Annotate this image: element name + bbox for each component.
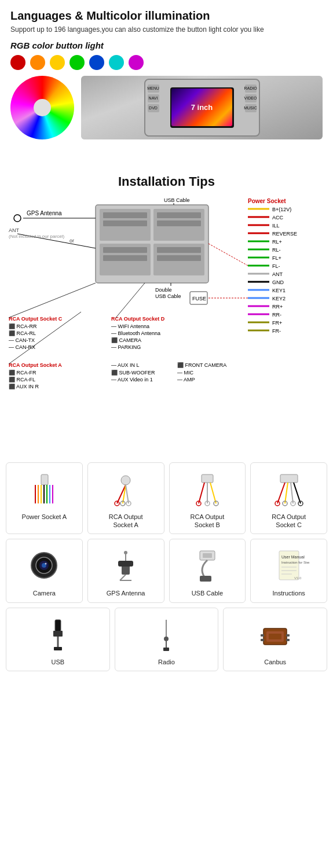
gps-antenna-icon — [103, 545, 149, 586]
accessories-section: Power Socket A RCA OutputSocket A — [0, 457, 333, 677]
section-install: Installation Tips GPS Antenna ANT (Not i… — [0, 168, 333, 445]
svg-text:⬛ RCA-RL: ⬛ RCA-RL — [9, 330, 36, 337]
acc-label-rca-socket-a: RCA OutputSocket A — [109, 513, 143, 529]
screen-label: 7 inch — [191, 103, 213, 112]
acc-label-usb-cable: USB Cable — [192, 589, 223, 597]
color-dot-yellow — [50, 55, 65, 70]
svg-rect-138 — [53, 631, 63, 637]
svg-text:GND: GND — [272, 279, 284, 285]
instructions-svg: User Manual Instruction for Stereo V3.0 — [269, 548, 309, 583]
svg-rect-137 — [55, 620, 61, 631]
svg-text:V3.0: V3.0 — [294, 576, 302, 580]
svg-text:USB Cable: USB Cable — [155, 293, 181, 299]
usb-svg — [38, 617, 78, 652]
acc-usb: USB — [6, 608, 110, 671]
svg-text:RR+: RR+ — [272, 304, 283, 310]
acc-label-instructions: Instructions — [273, 589, 305, 597]
svg-text:— CAN-RX: — CAN-RX — [9, 344, 35, 350]
svg-line-125 — [120, 575, 126, 580]
acc-label-usb: USB — [52, 658, 65, 666]
svg-rect-9 — [103, 247, 147, 253]
acc-gps-antenna: GPS Antenna — [87, 539, 164, 602]
color-dot-orange — [30, 55, 45, 70]
svg-rect-150 — [286, 634, 290, 637]
acc-power-socket-a: Power Socket A — [6, 462, 83, 535]
svg-text:RR-: RR- — [272, 312, 281, 318]
svg-line-108 — [277, 483, 285, 503]
svg-text:RCA Output Socket A: RCA Output Socket A — [9, 362, 62, 368]
color-dot-green — [69, 55, 85, 70]
power-socket-icon — [21, 469, 67, 509]
svg-text:⬛ SUB-WOOFER: ⬛ SUB-WOOFER — [111, 369, 155, 376]
svg-text:RL-: RL- — [272, 247, 281, 253]
svg-text:⬛ RCA-FR: ⬛ RCA-FR — [9, 369, 36, 376]
svg-line-103 — [210, 483, 216, 503]
device-row: 7 inch MENU NAVI DVD RADIO VIDEO MUSIC — [10, 76, 323, 139]
instructions-icon: User Manual Instruction for Stereo V3.0 — [266, 545, 312, 586]
svg-rect-128 — [203, 553, 212, 558]
color-dot-cyan — [109, 55, 124, 70]
svg-rect-149 — [261, 639, 264, 641]
svg-text:GPS Antenna: GPS Antenna — [27, 210, 62, 216]
svg-text:REVERSE: REVERSE — [272, 231, 297, 237]
svg-text:RCA Output Socket C: RCA Output Socket C — [9, 316, 63, 322]
color-dot-red — [10, 55, 25, 70]
rca-socket-a-svg — [105, 472, 146, 506]
svg-text:ANT: ANT — [272, 271, 283, 277]
camera-icon — [21, 545, 67, 586]
color-dot-magenta — [129, 55, 144, 70]
rainbow-circle — [10, 76, 74, 139]
svg-text:— Bluetooth Antenna: — Bluetooth Antenna — [111, 330, 160, 336]
svg-line-33 — [9, 283, 96, 318]
rca-socket-a-icon — [103, 469, 149, 509]
usb-cable-svg — [187, 548, 228, 583]
svg-point-142 — [164, 637, 169, 641]
svg-rect-144 — [163, 648, 169, 651]
acc-label-canbus: Canbus — [264, 658, 286, 666]
usb-icon — [35, 614, 81, 654]
acc-rca-socket-a: RCA OutputSocket A — [87, 462, 164, 535]
section1-title: Languages & Multicolor illumination — [10, 9, 323, 23]
svg-text:ACC: ACC — [272, 215, 284, 220]
svg-rect-129 — [200, 576, 211, 582]
acc-label-rca-socket-b: RCA OutputSocket B — [191, 513, 225, 529]
svg-rect-5 — [103, 212, 147, 218]
svg-rect-147 — [269, 634, 281, 639]
svg-rect-85 — [41, 475, 48, 485]
svg-text:FUSE: FUSE — [192, 296, 206, 301]
device-image: 7 inch MENU NAVI DVD RADIO VIDEO MUSIC — [81, 76, 323, 139]
svg-text:FR-: FR- — [272, 328, 281, 334]
svg-rect-107 — [280, 475, 298, 483]
accessories-row3: USB Radio — [6, 608, 327, 671]
svg-text:— AMP: — AMP — [177, 377, 195, 382]
radio-svg — [146, 617, 186, 652]
radio-icon — [143, 614, 189, 654]
svg-text:User Manual: User Manual — [281, 555, 305, 559]
svg-text:⬛ RCA-FL: ⬛ RCA-FL — [9, 376, 35, 383]
section1-subtitle: Support up to 196 languages,you can also… — [10, 25, 323, 35]
svg-rect-148 — [261, 634, 264, 637]
section-languages: Languages & Multicolor illumination Supp… — [0, 0, 333, 151]
color-dots — [10, 55, 323, 70]
svg-text:⬛ CAMERA: ⬛ CAMERA — [111, 337, 141, 344]
svg-text:⬛ FRONT CAMERA: ⬛ FRONT CAMERA — [177, 362, 226, 369]
canbus-svg — [255, 617, 295, 652]
svg-line-109 — [285, 483, 288, 503]
svg-point-120 — [45, 563, 47, 565]
section2-title: Installation Tips — [6, 174, 327, 189]
svg-rect-6 — [103, 220, 147, 226]
acc-canbus: Canbus — [223, 608, 327, 671]
svg-rect-8 — [157, 220, 201, 226]
svg-text:⬛ RCA-RR: ⬛ RCA-RR — [9, 323, 37, 330]
svg-text:FL-: FL- — [272, 263, 280, 269]
svg-text:B+(12V): B+(12V) — [272, 207, 291, 212]
rca-socket-b-svg — [187, 472, 228, 506]
svg-rect-10 — [103, 255, 147, 261]
acc-label-power-socket-a: Power Socket A — [22, 513, 67, 521]
svg-line-111 — [294, 483, 301, 503]
svg-rect-140 — [54, 647, 62, 650]
svg-rect-121 — [122, 565, 130, 575]
accessories-row1: Power Socket A RCA OutputSocket A — [6, 462, 327, 535]
svg-text:(Not included in our parcel): (Not included in our parcel) — [9, 234, 64, 239]
svg-text:— AUX Video in 1: — AUX Video in 1 — [111, 377, 153, 382]
